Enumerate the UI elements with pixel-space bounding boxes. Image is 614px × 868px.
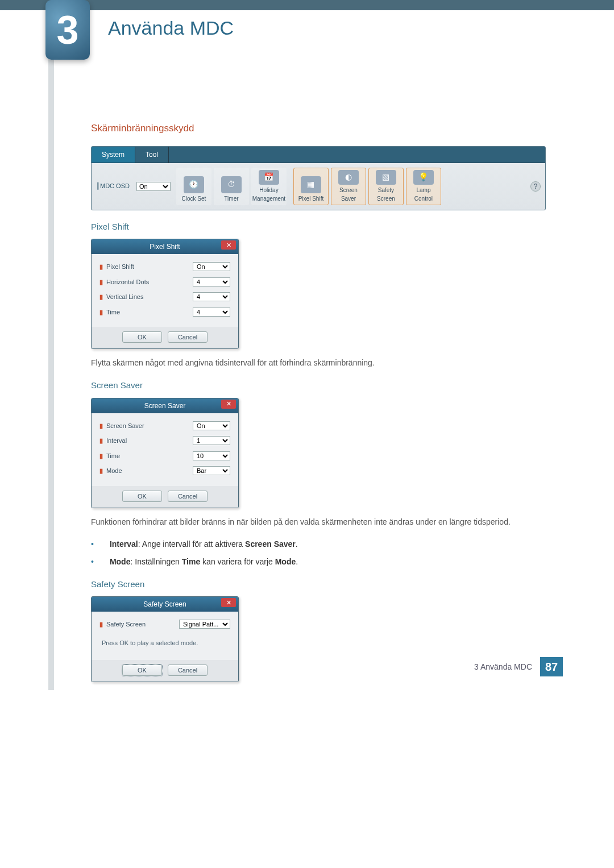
screen-saver-dialog: Screen Saver ✕ ▮Screen SaverOn▮Interval1… [91, 398, 239, 508]
toolbar-item-screen-saver[interactable]: ◐Screen Saver [331, 168, 366, 205]
toolbar-item-clock[interactable]: 🕐Clock Set [176, 168, 211, 205]
dialog-row: ▮Time4 [99, 308, 230, 317]
dialog-title-text: Safety Screen [143, 600, 186, 608]
cancel-button[interactable]: Cancel [168, 331, 208, 343]
clock-icon: 🕐 [184, 176, 204, 193]
system-tabs: System Tool [92, 147, 545, 163]
ok-button[interactable]: OK [122, 665, 162, 676]
row-select[interactable]: 4 [193, 292, 230, 301]
row-marker-icon: ▮ [99, 620, 103, 629]
row-select[interactable]: 1 [193, 436, 230, 445]
dialog-row: ▮ModeBar [99, 466, 230, 476]
row-label: Time [106, 451, 193, 461]
top-bar [0, 0, 614, 10]
row-marker-icon: ▮ [99, 436, 103, 446]
row-label: Safety Screen [106, 620, 179, 629]
row-marker-icon: ▮ [99, 262, 103, 272]
dialog-row: ▮Screen SaverOn [99, 421, 230, 431]
list-item: • Mode: Inställningen Time kan variera f… [91, 556, 563, 568]
cancel-button[interactable]: Cancel [168, 491, 208, 502]
toolbar-item-lamp[interactable]: 💡Lamp Control [406, 168, 441, 205]
bullet-text: Interval: Ange intervall för att aktiver… [110, 538, 298, 550]
dialog-row: ▮ Safety Screen Signal Patt... [99, 620, 230, 629]
dialog-title-text: Screen Saver [144, 402, 186, 410]
pixel-shift-body: ▮Pixel ShiftOn▮Horizontal Dots4▮Vertical… [92, 254, 238, 327]
footer-text: 3 Använda MDC [474, 662, 532, 671]
close-icon[interactable]: ✕ [221, 240, 236, 250]
row-label: Vertical Lines [106, 292, 193, 302]
timer-icon: ⏱ [221, 176, 242, 193]
holiday-icon: 📅 [259, 170, 279, 185]
row-label: Mode [106, 466, 193, 476]
row-label: Pixel Shift [106, 262, 193, 272]
close-icon[interactable]: ✕ [221, 400, 236, 409]
bullet-text: Mode: Inställningen Time kan variera för… [110, 556, 298, 568]
row-select[interactable]: On [193, 421, 230, 430]
toolbar-item-label: Timer [224, 194, 238, 203]
row-label: Screen Saver [106, 421, 193, 431]
safety-screen-body: ▮ Safety Screen Signal Patt... Press OK … [92, 612, 238, 660]
chapter-badge: 3 [45, 0, 90, 60]
page-number: 87 [540, 657, 563, 676]
help-icon[interactable]: ? [530, 181, 541, 192]
safety-screen-select[interactable]: Signal Patt... [179, 620, 230, 629]
pixel-shift-dialog: Pixel Shift ✕ ▮Pixel ShiftOn▮Horizontal … [91, 239, 239, 349]
toolbar-item-label: Holiday Management [252, 186, 285, 203]
close-icon[interactable]: ✕ [221, 598, 236, 607]
row-marker-icon: ▮ [99, 421, 103, 431]
toolbar-item-label: Screen Saver [333, 186, 364, 203]
page-footer: 3 Använda MDC 87 [474, 657, 563, 676]
row-marker-icon: ▮ [99, 466, 103, 476]
pixel-shift-description: Flytta skärmen något med angivna tidsint… [91, 357, 563, 369]
tab-tool[interactable]: Tool [135, 147, 169, 163]
safety-screen-heading: Safety Screen [91, 578, 563, 591]
row-marker-icon: ▮ [99, 277, 103, 287]
row-label: Interval [106, 436, 193, 446]
row-marker-icon: ▮ [99, 451, 103, 461]
row-label: Time [106, 308, 193, 317]
screen-saver-bullets: • Interval: Ange intervall för att aktiv… [91, 538, 563, 568]
safety-screen-dialog: Safety Screen ✕ ▮ Safety Screen Signal P… [91, 596, 239, 682]
screen-saver-heading: Screen Saver [91, 379, 563, 392]
cancel-button[interactable]: Cancel [168, 665, 208, 676]
ok-button[interactable]: OK [122, 331, 162, 343]
row-select[interactable]: 4 [193, 308, 230, 317]
pixel-shift-icon: ▦ [301, 176, 321, 193]
row-marker-icon: ▮ [99, 308, 103, 317]
side-stripe [48, 10, 54, 690]
screen-saver-description: Funktionen förhindrar att bilder bränns … [91, 516, 563, 528]
list-item: • Interval: Ange intervall för att aktiv… [91, 538, 563, 550]
screen-saver-dialog-title: Screen Saver ✕ [92, 398, 238, 413]
row-select[interactable]: 10 [193, 451, 230, 460]
chapter-title: Använda MDC [108, 17, 234, 39]
bullet-icon: • [91, 556, 94, 568]
safety-screen-icon: ▧ [376, 170, 396, 185]
row-select[interactable]: On [193, 262, 230, 271]
safety-screen-dialog-title: Safety Screen ✕ [92, 597, 238, 612]
section-heading: Skärminbränningsskydd [91, 121, 563, 136]
row-select[interactable]: Bar [193, 466, 230, 475]
dialog-row: ▮Time10 [99, 451, 230, 461]
screen-saver-icon: ◐ [338, 170, 359, 185]
bullet-icon: • [91, 538, 94, 550]
toolbar-group-a: 🕐Clock Set⏱Timer📅Holiday Management [175, 167, 288, 206]
dialog-row: ▮Vertical Lines4 [99, 292, 230, 302]
row-select[interactable]: 4 [193, 277, 230, 286]
system-panel: System Tool ┃MDC OSD On 🕐Clock Set⏱Timer… [91, 146, 546, 210]
pixel-shift-heading: Pixel Shift [91, 221, 563, 234]
toolbar-group-b: ▦Pixel Shift◐Screen Saver▧Safety Screen💡… [292, 167, 442, 206]
mdc-osd-select[interactable]: On [136, 182, 171, 191]
lamp-icon: 💡 [413, 170, 434, 185]
toolbar-item-safety-screen[interactable]: ▧Safety Screen [368, 168, 404, 205]
toolbar-item-label: Clock Set [182, 194, 206, 203]
mdc-osd-label: ┃MDC OSD [96, 181, 130, 191]
toolbar-item-label: Safety Screen [370, 186, 402, 203]
tab-system[interactable]: System [92, 147, 135, 163]
toolbar-item-pixel-shift[interactable]: ▦Pixel Shift [293, 168, 329, 205]
toolbar-item-holiday[interactable]: 📅Holiday Management [251, 168, 287, 205]
ok-button[interactable]: OK [122, 491, 162, 502]
toolbar-item-timer[interactable]: ⏱Timer [214, 168, 249, 205]
row-label: Horizontal Dots [106, 277, 193, 287]
toolbar-item-label: Lamp Control [408, 186, 439, 203]
pixel-shift-dialog-title: Pixel Shift ✕ [92, 239, 238, 254]
